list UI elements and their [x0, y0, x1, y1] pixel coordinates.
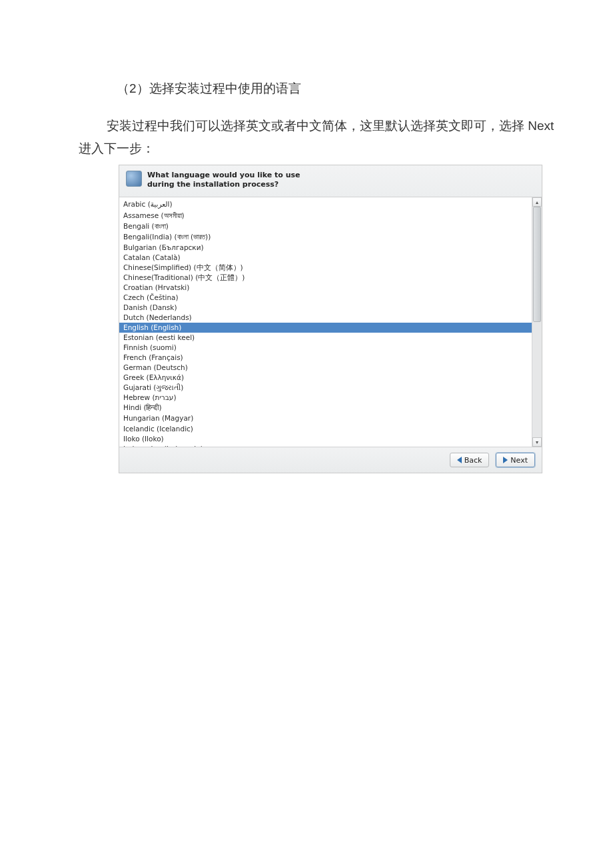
next-word-inline: Next [528, 119, 554, 133]
back-button[interactable]: Back [450, 453, 490, 467]
para-text-1: 安装过程中我们可以选择英文或者中文简体，这里默认选择英文即可，选择 [107, 119, 528, 133]
language-option[interactable]: Catalan (Català) [119, 253, 532, 263]
language-option[interactable]: Chinese(Traditional) (中文（正體）) [119, 273, 532, 283]
installer-header: What language would you like to use duri… [119, 165, 542, 198]
language-option[interactable]: Dutch (Nederlands) [119, 313, 532, 323]
language-option[interactable]: Bengali(India) (বাংলা (ভারত)) [119, 231, 532, 243]
section-paragraph-line1: 安装过程中我们可以选择英文或者中文简体，这里默认选择英文即可，选择 Next [0, 116, 613, 136]
language-option[interactable]: Icelandic (Icelandic) [119, 424, 532, 434]
language-option[interactable]: Finnish (suomi) [119, 343, 532, 353]
next-button[interactable]: Next [496, 453, 535, 467]
language-option[interactable]: Estonian (eesti keel) [119, 333, 532, 343]
scroll-thumb[interactable] [533, 207, 541, 322]
section-heading: （2）选择安装过程中使用的语言 [0, 80, 613, 97]
language-option[interactable]: Bulgarian (Български) [119, 243, 532, 253]
section-paragraph-line2: 进入下一步： [0, 139, 613, 159]
language-option[interactable]: German (Deutsch) [119, 363, 532, 373]
scroll-track[interactable] [532, 207, 542, 437]
globe-icon [126, 171, 142, 187]
language-list[interactable]: Arabic (العربية)Assamese (অসমীয়া)Bengal… [119, 197, 532, 447]
language-option[interactable]: Indonesian (Indonesia) [119, 444, 532, 447]
language-option[interactable]: Hindi (हिन्दी) [119, 403, 532, 413]
language-option[interactable]: Croatian (Hrvatski) [119, 283, 532, 293]
language-option[interactable]: Danish (Dansk) [119, 303, 532, 313]
language-option[interactable]: English (English) [119, 323, 532, 333]
language-option[interactable]: French (Français) [119, 353, 532, 363]
scroll-up-button[interactable]: ▴ [532, 197, 542, 207]
scroll-down-button[interactable]: ▾ [532, 437, 542, 447]
installer-prompt: What language would you like to use duri… [147, 171, 327, 189]
language-option[interactable]: Greek (Ελληνικά) [119, 373, 532, 383]
installer-body: Arabic (العربية)Assamese (অসমীয়া)Bengal… [119, 197, 542, 447]
language-option[interactable]: Arabic (العربية) [119, 199, 532, 210]
document-page: （2）选择安装过程中使用的语言 安装过程中我们可以选择英文或者中文简体，这里默认… [0, 0, 613, 868]
arrow-right-icon [503, 457, 508, 463]
arrow-left-icon [457, 457, 462, 463]
language-option[interactable]: Czech (Čeština) [119, 293, 532, 303]
vertical-scrollbar[interactable]: ▴ ▾ [532, 197, 542, 447]
language-option[interactable]: Hungarian (Magyar) [119, 413, 532, 424]
language-option[interactable]: Hebrew (עברית) [119, 393, 532, 403]
next-button-label: Next [510, 456, 528, 465]
language-option[interactable]: Bengali (বাংলা) [119, 221, 532, 231]
language-option[interactable]: Chinese(Simplified) (中文（简体）) [119, 263, 532, 273]
back-button-label: Back [464, 456, 482, 465]
language-option[interactable]: Assamese (অসমীয়া) [119, 210, 532, 221]
installer-footer: Back Next [119, 447, 542, 473]
language-option[interactable]: Iloko (Iloko) [119, 434, 532, 444]
installer-window: What language would you like to use duri… [119, 165, 542, 474]
language-option[interactable]: Gujarati (ગુજરાતી) [119, 383, 532, 393]
